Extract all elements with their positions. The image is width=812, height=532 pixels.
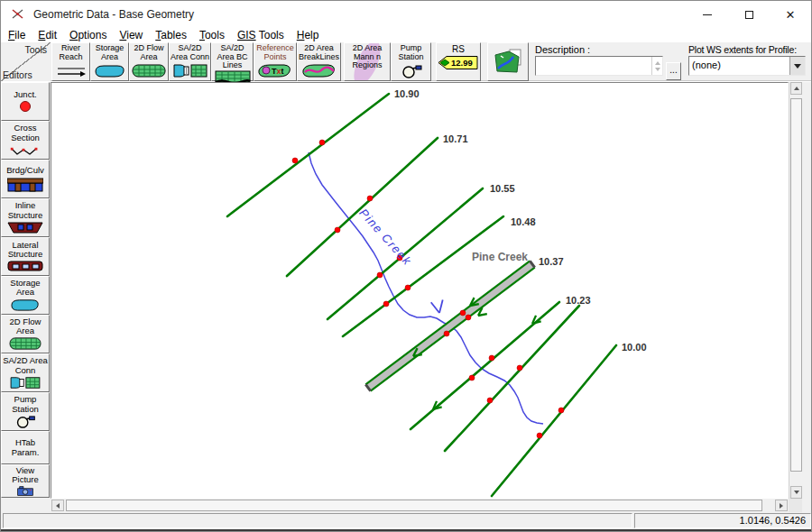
sa-2d-area-conn-button[interactable]: SA/2D Area Conn xyxy=(169,42,211,81)
bank-station-dot xyxy=(466,315,471,320)
menu-tables[interactable]: Tables xyxy=(149,29,193,41)
river-reach-button[interactable]: River Reach xyxy=(51,42,90,81)
bridge-edge-line xyxy=(365,261,530,384)
editors-sidebar: Junct. Cross Section Brdg/Culv xyxy=(1,82,51,500)
bank-station-dot xyxy=(517,365,522,371)
vertical-scroll-thumb[interactable] xyxy=(790,98,802,472)
sidebar-item-inline-structure[interactable]: Inline Structure xyxy=(1,198,50,237)
description-group: Description : xyxy=(535,42,663,81)
schematic-canvas[interactable]: 10.9010.7110.5510.4810.2310.0010.37Pine … xyxy=(51,82,789,499)
bank-station-dot xyxy=(405,285,411,290)
bank-station-dot xyxy=(537,433,542,438)
junction-icon xyxy=(18,100,32,113)
cross-section-line-10.00[interactable] xyxy=(492,345,616,496)
cross-section-line-10.48[interactable] xyxy=(343,216,503,336)
status-bar: 1.0146, 0.5426 xyxy=(1,512,812,529)
flow-direction-arrow-icon xyxy=(439,299,443,313)
menu-tools[interactable]: Tools xyxy=(193,29,231,41)
sidebar-item-htab-param[interactable]: HTab Param. xyxy=(1,431,50,464)
bank-station-dot xyxy=(367,196,373,201)
rs-label: 10.55 xyxy=(490,183,515,194)
cross-section-line-10.90[interactable] xyxy=(227,94,389,216)
sidebar-item-pump-station[interactable]: Pump Station xyxy=(1,392,50,431)
tools-label: Tools xyxy=(24,44,47,55)
cross-section-icon xyxy=(10,143,41,157)
scroll-down-button[interactable] xyxy=(790,486,802,499)
sidebar-item-cross-section[interactable]: Cross Section xyxy=(1,121,50,160)
sidebar-item-view-picture[interactable]: View Picture xyxy=(1,464,50,498)
close-button[interactable]: ✕ xyxy=(770,1,811,28)
storage-area-button[interactable]: Storage Area xyxy=(90,42,129,81)
geometric-data-window: Geometric Data - Base Geometry ✕ File Ed… xyxy=(0,0,812,532)
bank-station-dot xyxy=(335,227,340,233)
description-ellipsis-button[interactable]: ... xyxy=(666,62,681,80)
menu-options[interactable]: Options xyxy=(63,29,113,41)
window-title: Geometric Data - Base Geometry xyxy=(33,8,194,21)
2d-flow-area-icon xyxy=(8,336,42,351)
scroll-up-button[interactable] xyxy=(790,82,802,95)
2d-area-mann-n-regions-button[interactable]: 2D Area Mann n Regions xyxy=(344,42,391,81)
reference-points-icon: Txt xyxy=(257,63,293,78)
rs-label: 10.48 xyxy=(511,216,536,227)
inline-structure-icon xyxy=(7,221,43,234)
menu-help[interactable]: Help xyxy=(291,29,326,41)
bank-station-dot xyxy=(383,301,389,307)
scroll-right-button[interactable] xyxy=(775,500,788,511)
rs-label: 10.71 xyxy=(443,133,468,144)
cross-section-line-unlabeled[interactable] xyxy=(445,306,579,451)
arrow-down-icon xyxy=(794,491,799,494)
reference-points-button[interactable]: Reference Points Txt xyxy=(254,42,297,81)
bank-station-dot xyxy=(469,375,475,381)
pump-station-icon xyxy=(401,64,422,78)
status-message-panel xyxy=(3,513,632,528)
profile-value: (none) xyxy=(689,57,789,75)
close-icon: ✕ xyxy=(786,9,796,21)
sidebar-item-bridge-culvert[interactable]: Brdg/Culv xyxy=(1,160,50,198)
pump-station-button[interactable]: Pump Station xyxy=(391,42,431,81)
rs-locator-button[interactable]: RS 12.99 xyxy=(436,42,481,81)
maximize-button[interactable] xyxy=(728,1,770,28)
app-icon xyxy=(10,6,26,23)
description-input[interactable] xyxy=(535,56,663,76)
lateral-structure-icon xyxy=(7,260,43,272)
sidebar-item-storage-area[interactable]: Storage Area xyxy=(1,276,50,315)
arrow-right-icon xyxy=(780,503,783,509)
menu-file[interactable]: File xyxy=(2,29,32,41)
bank-station-dot xyxy=(487,398,493,403)
sa-2d-area-bc-lines-button[interactable]: SA/2D Area BC Lines xyxy=(211,42,254,81)
vertical-scrollbar[interactable] xyxy=(789,82,802,499)
rs-label: 10.37 xyxy=(539,256,564,267)
bridge-edge-line xyxy=(371,268,535,391)
horizontal-scroll-thumb[interactable] xyxy=(66,500,762,511)
menu-bar: File Edit Options View Tables Tools GIS … xyxy=(1,28,811,42)
bank-station-dot xyxy=(489,355,494,361)
sidebar-item-lateral-structure[interactable]: Lateral Structure xyxy=(1,237,50,276)
sa-2d-area-conn-icon xyxy=(172,63,208,78)
profile-dropdown[interactable]: (none) xyxy=(688,56,806,76)
bridge-culvert-icon xyxy=(7,177,43,192)
horizontal-scrollbar[interactable] xyxy=(51,499,789,512)
description-spinner[interactable] xyxy=(651,57,662,75)
bridge-deck[interactable] xyxy=(365,261,534,390)
cross-section-line-10.23[interactable] xyxy=(411,302,559,429)
sidebar-item-2d-flow-area[interactable]: 2D Flow Area xyxy=(1,315,50,353)
description-label: Description : xyxy=(535,42,663,56)
2d-area-breaklines-button[interactable]: 2D Area BreakLines xyxy=(297,42,341,81)
2d-area-breaklines-icon xyxy=(301,63,337,78)
2d-flow-area-button[interactable]: 2D Flow Area xyxy=(129,42,169,81)
gis-view-button[interactable] xyxy=(487,42,529,81)
maximize-icon xyxy=(745,11,753,19)
arrow-up-icon xyxy=(794,87,799,90)
sidebar-item-junction[interactable]: Junct. xyxy=(1,82,50,121)
bank-station-dot xyxy=(319,140,325,145)
arrow-left-icon xyxy=(56,503,60,509)
minimize-button[interactable] xyxy=(687,1,728,28)
rs-label: 10.23 xyxy=(566,295,591,306)
menu-view[interactable]: View xyxy=(113,29,149,41)
profile-dropdown-button[interactable] xyxy=(789,57,805,75)
menu-edit[interactable]: Edit xyxy=(32,29,63,41)
rs-value: 12.99 xyxy=(451,58,473,68)
sidebar-item-sa-2d-area-conn[interactable]: SA/2D Area Conn xyxy=(1,353,50,392)
scroll-left-button[interactable] xyxy=(51,500,64,511)
menu-gis-tools[interactable]: GIS Tools xyxy=(231,29,291,41)
